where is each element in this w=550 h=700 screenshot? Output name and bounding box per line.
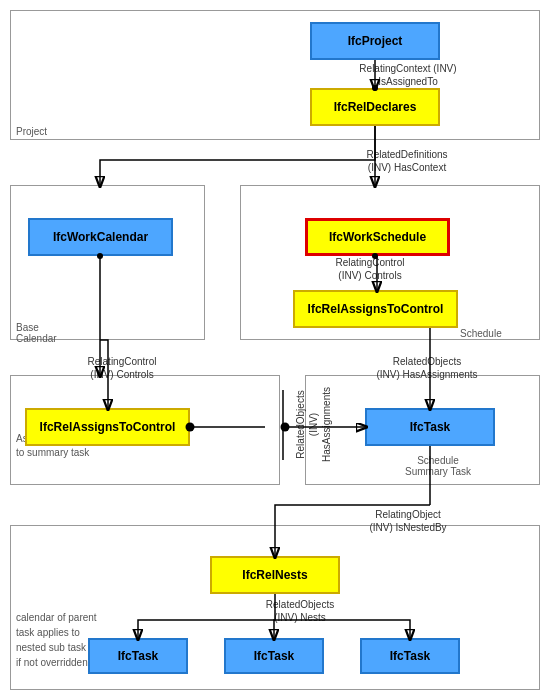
sched-summary-label: Schedule Summary Task (405, 455, 471, 477)
related-objects-nests-label: RelatedObjects(INV) Nests (245, 598, 355, 624)
ifc-work-schedule-box: IfcWorkSchedule (305, 218, 450, 256)
ifc-task-nested1-box: IfcTask (88, 638, 188, 674)
base-calendar-label: Base Calendar (16, 322, 57, 344)
ifc-work-calendar-box: IfcWorkCalendar (28, 218, 173, 256)
relating-object-label: RelatingObject(INV) IsNestedBy (348, 508, 468, 534)
ifc-task-nested2-box: IfcTask (224, 638, 324, 674)
ifc-rel-assigns-control2-box: IfcRelAssignsToControl (25, 408, 190, 446)
ifc-rel-declares-box: IfcRelDeclares (310, 88, 440, 126)
relating-control2-label: RelatingControl(INV) Controls (62, 355, 182, 381)
ifc-task-box: IfcTask (365, 408, 495, 446)
schedule-label: Schedule (460, 328, 502, 339)
ifc-rel-nests-box: IfcRelNests (210, 556, 340, 594)
diagram-container: Project Base Calendar Schedule Assigning… (0, 0, 550, 700)
ifc-rel-assigns-control1-box: IfcRelAssignsToControl (293, 290, 458, 328)
relating-context-label: RelatingContext (INV) IsAssignedTo (348, 62, 468, 88)
ifc-task-nested3-box: IfcTask (360, 638, 460, 674)
related-objects-vertical-label: RelatedObjects(INV) HasAssignments (294, 382, 333, 467)
base-calendar-section (10, 185, 205, 340)
relating-control1-label: RelatingControl(INV) Controls (310, 256, 430, 282)
ifc-project-box: IfcProject (310, 22, 440, 60)
project-label: Project (16, 126, 47, 137)
related-definitions-label: RelatedDefinitions(INV) HasContext (342, 148, 472, 174)
related-objects1-label: RelatedObjects(INV) HasAssignments (362, 355, 492, 381)
